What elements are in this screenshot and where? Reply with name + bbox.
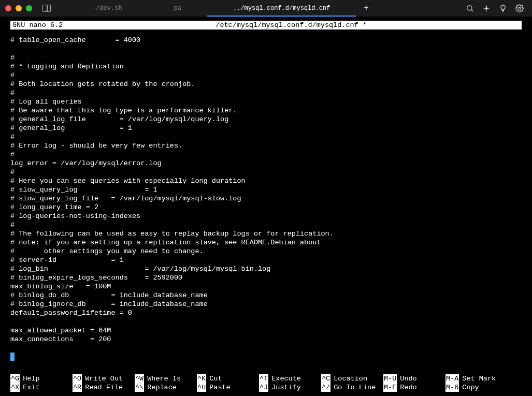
window-controls — [5, 5, 32, 11]
footer-shortcut: ^WWhere Is — [135, 374, 197, 383]
footer-shortcut: ^KCut — [197, 374, 259, 383]
file-line: # general_log_file = /var/log/mysql/quer… — [10, 115, 522, 124]
shortcut-key: M-A — [445, 374, 459, 383]
nano-footer: ^GHelp^OWrite Out^WWhere Is^KCut^TExecut… — [10, 374, 522, 392]
footer-shortcut: ^RRead File — [73, 383, 135, 392]
footer-shortcut: ^TExecute — [259, 374, 321, 383]
terminal-area[interactable]: GNU nano 6.2 /etc/mysql/mysql.conf.d/mys… — [0, 17, 532, 365]
shortcut-key: ^R — [73, 383, 82, 392]
file-line: # binlog_expire_logs_seconds = 2592000 — [10, 273, 522, 282]
shortcut-label: Location — [334, 374, 367, 383]
tab-bar: ./dev.sh pa ../mysql.conf.d/mysqld.cnf + — [66, 0, 466, 17]
shortcut-key: ^G — [10, 374, 20, 383]
file-line: # Log all queries — [10, 97, 522, 106]
shortcut-label: Write Out — [85, 374, 123, 383]
tab-label: pa — [174, 5, 181, 12]
file-line: # table_open_cache = 4000 — [10, 36, 522, 45]
file-line: # binlog_ignore_db = include_database_na… — [10, 300, 522, 309]
file-line: # — [10, 221, 522, 229]
file-line: log_error = /var/log/mysql/error.log — [10, 159, 522, 168]
file-line — [10, 45, 522, 53]
shortcut-label: Go To Line — [334, 383, 376, 392]
cursor — [10, 353, 15, 361]
shortcut-key: ^\ — [135, 383, 144, 392]
file-line: # general_log = 1 — [10, 124, 522, 133]
tab-label: ./dev.sh — [92, 5, 122, 12]
file-line: # — [10, 150, 522, 159]
file-line: # — [10, 89, 522, 97]
file-line: # The following can be used as easy to r… — [10, 229, 522, 238]
tab-pa[interactable]: pa — [148, 0, 207, 17]
tab-label: ../mysql.conf.d/mysqld.cnf — [233, 5, 330, 12]
shortcut-label: Set Mark — [462, 374, 496, 383]
footer-shortcut: ^XExit — [10, 383, 73, 392]
shortcut-label: Redo — [400, 383, 416, 392]
shortcut-label: Replace — [147, 383, 177, 392]
shortcut-label: Help — [23, 374, 39, 383]
shortcut-label: Cut — [209, 374, 222, 383]
footer-shortcut: M-ERedo — [383, 383, 445, 392]
file-line: # Be aware that this log type is a perfo… — [10, 106, 522, 115]
svg-point-2 — [519, 7, 521, 9]
new-tab-button[interactable]: + — [356, 0, 377, 17]
shortcut-key: ^K — [197, 374, 206, 383]
shortcut-label: Where Is — [147, 374, 181, 383]
file-line: # log_bin = /var/log/mysql/mysql-bin.log — [10, 265, 522, 273]
minimize-window[interactable] — [16, 5, 22, 11]
shortcut-key: ^C — [321, 374, 330, 383]
file-line: # server-id = 1 — [10, 256, 522, 265]
file-line: default_password_lifetime = 0 — [10, 309, 522, 317]
lightbulb-icon[interactable] — [499, 4, 507, 12]
shortcut-key: ^W — [135, 374, 144, 383]
file-line — [10, 344, 522, 353]
file-line: # Both location gets rotated by the cron… — [10, 80, 522, 89]
titlebar-actions — [466, 4, 527, 12]
settings-icon[interactable] — [515, 4, 524, 12]
svg-point-0 — [467, 6, 472, 10]
shortcut-label: Execute — [271, 374, 301, 383]
file-line: # slow_query_log_file = /var/log/mysql/m… — [10, 194, 522, 203]
shortcut-key: ^O — [73, 374, 82, 383]
shortcut-label: Paste — [209, 383, 231, 392]
split-panes-icon[interactable] — [42, 5, 51, 12]
nano-filename: /etc/mysql/mysql.conf.d/mysqld.cnf * — [63, 21, 520, 30]
footer-shortcut: ^JJustify — [259, 383, 321, 392]
file-content[interactable]: # table_open_cache = 4000 ## * Logging a… — [10, 36, 522, 361]
maximize-window[interactable] — [26, 5, 32, 11]
footer-shortcut: M-UUndo — [383, 374, 445, 383]
titlebar: ./dev.sh pa ../mysql.conf.d/mysqld.cnf + — [0, 0, 532, 17]
footer-shortcut: ^OWrite Out — [73, 374, 135, 383]
footer-row: ^GHelp^OWrite Out^WWhere Is^KCut^TExecut… — [10, 374, 522, 383]
shortcut-key: ^X — [10, 383, 20, 392]
sparkle-icon[interactable] — [482, 4, 491, 12]
file-line: # Here you can see queries with especial… — [10, 177, 522, 185]
tab-mysqld-cnf[interactable]: ../mysql.conf.d/mysqld.cnf — [207, 0, 356, 17]
file-line: # long_query_time = 2 — [10, 203, 522, 212]
file-line: max_binlog_size = 100M — [10, 282, 522, 291]
tab-dev-sh[interactable]: ./dev.sh — [66, 0, 148, 17]
shortcut-key: M-E — [383, 383, 397, 392]
search-icon[interactable] — [466, 4, 474, 12]
nano-version: GNU nano 6.2 — [12, 21, 63, 30]
shortcut-label: Copy — [462, 383, 479, 392]
svg-line-1 — [471, 10, 473, 11]
file-line: # — [10, 71, 522, 80]
shortcut-key: ^T — [259, 374, 268, 383]
close-window[interactable] — [5, 5, 11, 11]
footer-shortcut: M-6Copy — [445, 383, 508, 392]
file-line: # — [10, 168, 522, 177]
file-line: # note: if you are setting up a replicat… — [10, 238, 522, 247]
footer-shortcut: ^UPaste — [197, 383, 259, 392]
footer-shortcut: ^/Go To Line — [321, 383, 383, 392]
file-line: # binlog_do_db = include_database_name — [10, 291, 522, 300]
file-line: max_connections = 200 — [10, 335, 522, 344]
shortcut-key: M-6 — [445, 383, 459, 392]
shortcut-label: Read File — [85, 383, 123, 392]
file-line: # other settings you may need to change. — [10, 247, 522, 256]
shortcut-key: ^J — [259, 383, 268, 392]
shortcut-key: M-U — [383, 374, 397, 383]
nano-header: GNU nano 6.2 /etc/mysql/mysql.conf.d/mys… — [10, 21, 522, 30]
footer-shortcut: ^\Replace — [135, 383, 197, 392]
shortcut-label: Justify — [271, 383, 301, 392]
shortcut-key: ^/ — [321, 383, 330, 392]
